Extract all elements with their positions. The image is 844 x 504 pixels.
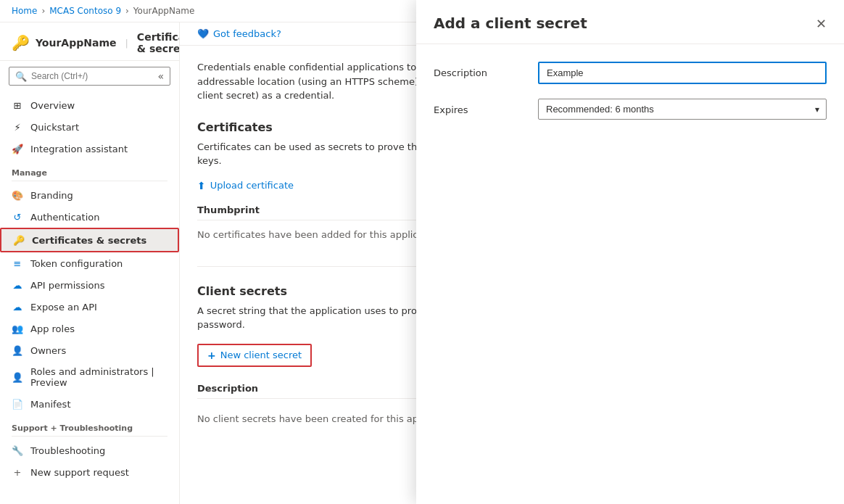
upload-certificate-button[interactable]: ⬆ Upload certificate: [197, 180, 294, 191]
sidebar-item-label: Troubleshooting: [30, 445, 105, 456]
breadcrumb-mcas[interactable]: MCAS Contoso 9: [49, 6, 121, 16]
sidebar-item-expose-api[interactable]: ☁ Expose an API: [0, 296, 179, 318]
sidebar-item-label: New support request: [30, 467, 129, 478]
expose-icon: ☁: [12, 301, 23, 313]
roles-admin-icon: 👤: [12, 371, 23, 383]
sidebar-item-label: Certificates & secrets: [32, 235, 146, 246]
sidebar-item-api-permissions[interactable]: ☁ API permissions: [0, 274, 179, 296]
search-icon: 🔍: [15, 71, 27, 82]
description-label: Description: [434, 62, 521, 78]
add-client-secret-panel: Add a client secret ✕ Description Expire…: [416, 22, 844, 504]
sidebar-item-certificates[interactable]: 🔑 Certificates & secrets: [0, 228, 179, 252]
sidebar-item-label: Roles and administrators | Preview: [30, 366, 167, 388]
branding-icon: 🎨: [12, 189, 23, 201]
search-input[interactable]: [31, 71, 153, 81]
sidebar-item-label: Quickstart: [30, 122, 79, 133]
sidebar-item-troubleshooting[interactable]: 🔧 Troubleshooting: [0, 439, 179, 461]
sidebar-item-label: API permissions: [30, 280, 104, 291]
upload-icon: ⬆: [197, 180, 206, 191]
description-input[interactable]: [538, 62, 827, 84]
app-roles-icon: 👥: [12, 323, 23, 334]
manage-section-label: Manage: [0, 160, 179, 181]
sidebar-item-app-roles[interactable]: 👥 App roles: [0, 318, 179, 339]
expires-label: Expires: [434, 99, 521, 115]
collapse-button[interactable]: «: [157, 70, 164, 82]
sidebar-item-token[interactable]: ≡ Token configuration: [0, 252, 179, 274]
api-icon: ☁: [12, 279, 23, 291]
sidebar-item-roles-admin[interactable]: 👤 Roles and administrators | Preview: [0, 361, 179, 393]
sidebar-app-title: YourAppName: [36, 37, 116, 49]
sidebar-search-box[interactable]: 🔍 «: [9, 67, 170, 86]
sidebar-item-integration[interactable]: 🚀 Integration assistant: [0, 138, 179, 160]
breadcrumb-home[interactable]: Home: [12, 6, 37, 16]
quickstart-icon: ⚡: [12, 121, 23, 133]
sidebar-item-label: Token configuration: [30, 258, 123, 269]
sidebar-item-label: Expose an API: [30, 302, 97, 313]
feedback-icon: 💙: [197, 28, 209, 39]
support-section-label: Support + Troubleshooting: [0, 415, 179, 436]
sidebar-search-area: 🔍 «: [0, 61, 179, 91]
sidebar-item-branding[interactable]: 🎨 Branding: [0, 184, 179, 206]
expires-select[interactable]: Recommended: 6 months 3 months 12 months…: [538, 99, 827, 120]
sidebar-item-support[interactable]: + New support request: [0, 461, 179, 483]
sidebar-item-overview[interactable]: ⊞ Overview: [0, 94, 179, 116]
breadcrumb-app: YourAppName: [133, 6, 194, 16]
token-icon: ≡: [12, 257, 23, 269]
sidebar-item-quickstart[interactable]: ⚡ Quickstart: [0, 116, 179, 138]
sidebar-item-label: Branding: [30, 190, 73, 201]
sidebar-item-label: Owners: [30, 345, 66, 356]
expires-field-row: Expires Recommended: 6 months 3 months 1…: [434, 99, 827, 120]
sidebar-item-label: Authentication: [30, 212, 99, 223]
description-input-col: [538, 62, 827, 84]
authentication-icon: ↺: [12, 211, 23, 223]
sidebar-item-owners[interactable]: 👤 Owners: [0, 339, 179, 361]
certificates-icon: 🔑: [13, 234, 25, 246]
description-field-row: Description: [434, 62, 827, 84]
troubleshooting-icon: 🔧: [12, 445, 23, 456]
panel-body: Description Expires Recommended: 6 month…: [416, 44, 844, 504]
manifest-icon: 📄: [12, 398, 23, 410]
sidebar-nav: ⊞ Overview ⚡ Quickstart 🚀 Integration as…: [0, 91, 179, 504]
close-icon[interactable]: ✕: [816, 22, 827, 31]
new-secret-label: New client secret: [220, 350, 302, 360]
new-client-secret-button[interactable]: + New client secret: [197, 344, 312, 367]
integration-icon: 🚀: [12, 143, 23, 154]
panel-title: Add a client secret: [434, 22, 587, 32]
overview-icon: ⊞: [12, 99, 23, 111]
support-icon: +: [12, 466, 23, 478]
sidebar: 🔑 YourAppName | Certificates & secrets 📌…: [0, 22, 180, 504]
owners-icon: 👤: [12, 344, 23, 356]
feedback-label[interactable]: Got feedback?: [213, 28, 281, 39]
sidebar-item-label: Overview: [30, 100, 75, 111]
sidebar-item-authentication[interactable]: ↺ Authentication: [0, 206, 179, 228]
plus-icon: +: [207, 350, 216, 361]
panel-header: Add a client secret ✕: [416, 22, 844, 44]
expires-input-col: Recommended: 6 months 3 months 12 months…: [538, 99, 827, 120]
expires-select-wrapper: Recommended: 6 months 3 months 12 months…: [538, 99, 827, 120]
sidebar-section-title: Certificates & secrets: [137, 31, 180, 54]
sidebar-header: 🔑 YourAppName | Certificates & secrets 📌…: [0, 22, 179, 61]
sidebar-item-label: App roles: [30, 323, 75, 334]
app-icon: 🔑: [12, 34, 30, 51]
sidebar-item-label: Manifest: [30, 399, 70, 410]
sidebar-item-label: Integration assistant: [30, 144, 128, 154]
sidebar-item-manifest[interactable]: 📄 Manifest: [0, 393, 179, 415]
upload-label: Upload certificate: [210, 180, 294, 191]
